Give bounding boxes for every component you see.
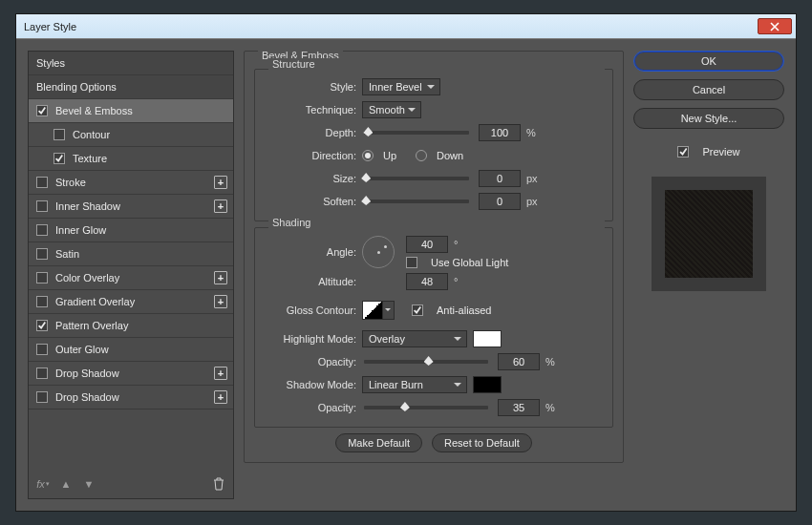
effect-checkbox[interactable] [36,224,48,236]
sidebar-item[interactable]: Contour [29,123,233,147]
sidebar-item-label: Satin [55,248,79,260]
sidebar-item[interactable]: Stroke+ [29,171,233,195]
preview-checkbox[interactable] [677,146,689,158]
move-up-icon[interactable]: ▲ [59,477,73,491]
altitude-input[interactable]: 48 [406,273,448,290]
angle-label: Angle: [263,246,356,258]
size-slider[interactable] [364,177,469,180]
effect-checkbox[interactable] [36,344,48,355]
sidebar-item-blending-options[interactable]: Blending Options [29,75,233,99]
gloss-contour-label: Gloss Contour: [263,304,356,316]
highlight-opacity-slider[interactable] [364,360,488,364]
dialog-content: Styles Blending Options Bevel & EmbossCo… [16,39,796,511]
direction-down-radio[interactable] [416,150,427,161]
sidebar-item-label: Gradient Overlay [55,296,135,307]
depth-input[interactable]: 100 [479,124,521,141]
sidebar-item[interactable]: Pattern Overlay [29,314,233,338]
soften-slider[interactable] [364,200,469,203]
sidebar-item[interactable]: Texture [29,147,233,171]
gloss-contour-picker[interactable] [362,301,395,320]
antialiased-label: Anti-aliased [437,304,491,316]
angle-dial[interactable] [362,236,395,268]
effect-checkbox[interactable] [36,200,48,212]
cancel-button[interactable]: Cancel [633,79,784,100]
highlight-color-swatch[interactable] [473,330,502,347]
shadow-opacity-input[interactable]: 35 [498,399,540,416]
direction-up-radio[interactable] [362,150,374,161]
highlight-opacity-label: Opacity: [263,356,356,368]
style-select[interactable]: Inner Bevel [362,78,440,95]
sidebar-item-label: Stroke [55,177,86,188]
highlight-opacity-input[interactable]: 60 [498,353,540,370]
effect-checkbox[interactable] [36,248,48,260]
altitude-unit: ° [454,276,458,287]
effect-checkbox[interactable] [53,129,65,140]
effect-checkbox[interactable] [36,272,48,284]
shadow-mode-select[interactable]: Linear Burn [362,376,467,393]
sidebar-item[interactable]: Gradient Overlay+ [29,290,233,314]
right-panel: OK Cancel New Style... Preview [633,51,784,499]
move-down-icon[interactable]: ▼ [82,477,96,491]
depth-label: Depth: [263,127,356,138]
angle-unit: ° [454,239,458,250]
sidebar-item-label: Inner Glow [55,224,106,236]
antialiased-checkbox[interactable] [412,304,423,316]
depth-slider[interactable] [364,131,469,135]
close-button[interactable] [758,18,792,34]
sidebar-item[interactable]: Bevel & Emboss [29,99,233,123]
size-label: Size: [263,173,356,184]
sidebar-item[interactable]: Inner Shadow+ [29,195,233,219]
sidebar-item[interactable]: Drop Shadow+ [29,362,233,386]
shadow-opacity-slider[interactable] [364,406,488,410]
effect-checkbox[interactable] [36,320,48,331]
effect-checkbox[interactable] [36,105,48,116]
new-style-button[interactable]: New Style... [633,108,784,129]
settings-panel: Bevel & Emboss Structure Style: Inner Be… [244,51,624,499]
sidebar-item-label: Color Overlay [55,272,119,284]
highlight-mode-select[interactable]: Overlay [362,330,467,347]
effect-checkbox[interactable] [53,153,65,164]
soften-input[interactable]: 0 [479,193,521,210]
styles-sidebar: Styles Blending Options Bevel & EmbossCo… [28,51,234,499]
sidebar-item[interactable]: Satin [29,242,233,266]
sidebar-item-styles[interactable]: Styles [29,52,233,75]
direction-label: Direction: [263,150,356,161]
effect-checkbox[interactable] [36,296,48,307]
shadow-color-swatch[interactable] [473,376,502,393]
sidebar-item[interactable]: Inner Glow [29,219,233,242]
sidebar-item-label: Contour [73,129,110,140]
add-effect-icon[interactable]: + [214,200,227,213]
preview-label: Preview [702,146,739,158]
angle-input[interactable]: 40 [406,236,448,253]
sidebar-item[interactable]: Outer Glow [29,338,233,362]
altitude-label: Altitude: [263,276,356,287]
reset-default-button[interactable]: Reset to Default [432,433,532,452]
effect-checkbox[interactable] [36,391,48,403]
effect-checkbox[interactable] [36,177,48,188]
technique-select[interactable]: Smooth [362,101,421,118]
direction-up-label: Up [383,150,396,161]
make-default-button[interactable]: Make Default [335,433,422,452]
trash-icon[interactable] [212,477,225,491]
add-effect-icon[interactable]: + [214,367,227,380]
sidebar-item[interactable]: Color Overlay+ [29,266,233,290]
fx-icon[interactable]: fx▾ [36,477,50,491]
sidebar-item-label: Texture [73,153,107,164]
add-effect-icon[interactable]: + [214,271,227,284]
shadow-opacity-label: Opacity: [263,402,356,413]
soften-unit: px [526,196,538,207]
global-light-checkbox[interactable] [406,257,417,268]
size-input[interactable]: 0 [479,170,521,187]
sidebar-item-label: Inner Shadow [55,200,120,212]
sidebar-item-label: Outer Glow [55,344,109,355]
ok-button[interactable]: OK [633,51,784,72]
effect-checkbox[interactable] [36,368,48,379]
add-effect-icon[interactable]: + [214,176,227,189]
add-effect-icon[interactable]: + [214,390,227,404]
add-effect-icon[interactable]: + [214,295,227,308]
window-title: Layer Style [24,21,758,32]
sidebar-item[interactable]: Drop Shadow+ [29,386,233,410]
global-light-label: Use Global Light [431,257,508,268]
preview-thumbnail [652,177,766,291]
style-label: Style: [263,81,356,93]
